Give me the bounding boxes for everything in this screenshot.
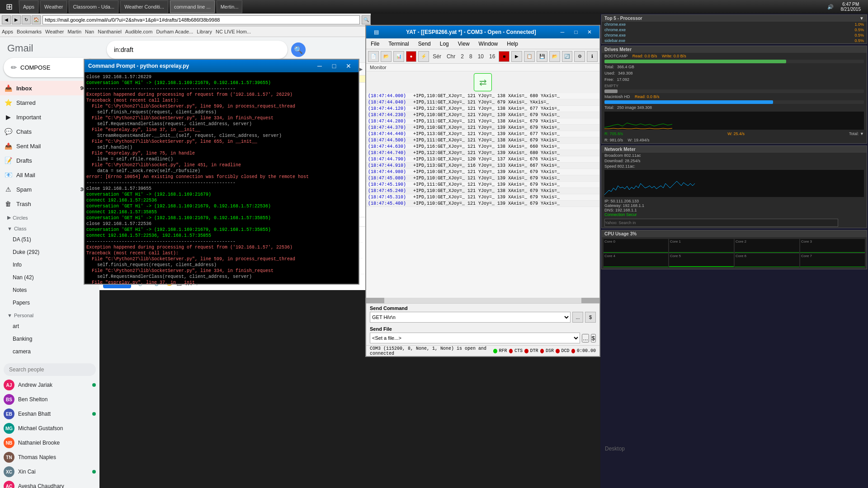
menu-help[interactable]: Help: [504, 40, 521, 48]
cmd-maximize-button[interactable]: □: [328, 61, 340, 70]
sub-papers[interactable]: Papers: [0, 296, 99, 309]
send-command-send-btn[interactable]: $: [585, 312, 596, 323]
yat-maximize-button[interactable]: □: [570, 28, 582, 37]
sub-art[interactable]: art: [0, 320, 99, 333]
bookmark-bookmarks[interactable]: Bookmarks: [17, 29, 42, 34]
tb-info[interactable]: ℹ: [587, 51, 598, 62]
menu-file[interactable]: File: [368, 40, 382, 48]
forward-button[interactable]: ▶: [12, 15, 21, 24]
scroll-thumb-right[interactable]: [581, 298, 599, 303]
nav-allmail[interactable]: 📧 All Mail: [0, 168, 96, 182]
send-file-send-btn[interactable]: $: [591, 334, 596, 343]
tb-settings[interactable]: ⚙: [574, 51, 585, 62]
tb-save[interactable]: 💾: [537, 51, 547, 62]
tb-stop-red[interactable]: ●: [406, 51, 417, 62]
allmail-icon: 📧: [4, 171, 13, 178]
back-button[interactable]: ◀: [2, 15, 11, 24]
sub-banking[interactable]: Banking: [0, 333, 99, 345]
refresh-button[interactable]: ↻: [22, 15, 31, 24]
send-command-label: Send Command: [370, 305, 596, 311]
bookmark-martin[interactable]: Martin: [67, 29, 81, 34]
send-command-browse-btn[interactable]: ...: [572, 312, 583, 323]
yat-close-button[interactable]: ✕: [583, 28, 596, 37]
compose-button[interactable]: ✏ COMPOSE: [4, 58, 96, 77]
bookmark-durham[interactable]: Durham Acade...: [156, 29, 193, 34]
contact-ben[interactable]: BS Ben Shelton: [0, 392, 99, 407]
send-command-row: GET Hi\r\n ... $: [370, 312, 596, 323]
yat-monitor-area[interactable]: (18:47:44.000)+IPD,110:GET_XJoy=_ 121 YJ…: [366, 93, 599, 298]
nav-sent[interactable]: 📤 Sent Mail: [0, 139, 96, 153]
avatar-ayesha: AC: [4, 481, 14, 488]
menu-view[interactable]: View: [455, 40, 472, 48]
network-panel: Network Meter Broadcom 802.11ac Download…: [601, 145, 867, 228]
menu-window[interactable]: Window: [476, 40, 501, 48]
contact-nathaniel[interactable]: NB Nathaniel Brooke: [0, 436, 99, 450]
sub-notes[interactable]: Notes: [0, 284, 99, 296]
send-file-select[interactable]: <Set a file...>: [370, 333, 580, 343]
search-button[interactable]: 🔍: [362, 15, 371, 24]
yat-system-menu-button[interactable]: ▤: [370, 28, 382, 37]
drives-total-stats: R: 981.0/s W: 19.494/s: [602, 137, 867, 143]
bookmark-apps[interactable]: Apps: [2, 29, 13, 34]
scroll-thumb-left[interactable]: [366, 298, 384, 303]
tb-play[interactable]: ▶: [511, 51, 522, 62]
tb-open2[interactable]: 📂: [549, 51, 560, 62]
search-people-input[interactable]: [4, 363, 96, 376]
nav-trash[interactable]: 🗑 Trash: [0, 197, 96, 211]
bookmark-nclive[interactable]: NC LIVE Hom...: [216, 29, 251, 34]
send-file-browse-btn[interactable]: ...: [582, 334, 589, 343]
home-button[interactable]: 🏠: [32, 15, 41, 24]
menu-log[interactable]: Log: [437, 40, 452, 48]
bookmark-nanthaniel[interactable]: Nanthaniel: [98, 29, 122, 34]
taskbar-item-classroom[interactable]: Classroom - Uda...: [69, 0, 118, 13]
cmd-close-button[interactable]: ✕: [342, 61, 355, 70]
section-personal[interactable]: ▼ Personal: [0, 311, 99, 320]
taskbar-item-mertin[interactable]: Mertin...: [217, 0, 243, 13]
contact-thomas[interactable]: TN Thomas Naples: [0, 450, 99, 465]
contact-andrew[interactable]: AJ Andrew Jariak: [0, 378, 99, 392]
tb-graph[interactable]: 📊: [393, 51, 404, 62]
menu-send[interactable]: Send: [415, 40, 434, 48]
tb-connect[interactable]: ⚡: [418, 51, 429, 62]
nav-inbox[interactable]: 📥 Inbox 962: [0, 81, 96, 95]
taskbar-item-weather-cond[interactable]: Weather Conditi...: [120, 0, 168, 13]
nav-chats[interactable]: 💬 Chats: [0, 124, 96, 139]
search-icon[interactable]: 🔍: [291, 42, 306, 57]
gmail-search-input[interactable]: [107, 41, 288, 59]
bookmark-library[interactable]: Library: [197, 29, 212, 34]
volume-icon[interactable]: 🔊: [827, 4, 834, 10]
sub-camera[interactable]: camera: [0, 345, 99, 358]
tb-new[interactable]: 📄: [368, 51, 379, 62]
tb-copy[interactable]: 📋: [524, 51, 535, 62]
tb-stop[interactable]: ■: [499, 51, 509, 62]
start-button[interactable]: ⊞: [0, 0, 18, 14]
yat-minimize-button[interactable]: ─: [556, 28, 569, 37]
taskbar-item-weather[interactable]: Weather: [40, 0, 67, 13]
contact-ayesha[interactable]: AC Ayesha Chaudhary: [0, 479, 99, 488]
contact-michael-g[interactable]: MG Michael Gustafson: [0, 421, 99, 436]
menu-terminal[interactable]: Terminal: [386, 40, 411, 48]
contact-eeshan[interactable]: EB Eeshan Bhatt: [0, 407, 99, 421]
nav-drafts[interactable]: 📝 Drafts 1: [0, 153, 96, 168]
taskbar-item-cmd[interactable]: command line ...: [170, 0, 215, 13]
cpu-core-0-bar: [604, 252, 668, 253]
nav-starred[interactable]: ⭐ Starred: [0, 95, 96, 110]
tb-open[interactable]: 📂: [381, 51, 392, 62]
yat-data-row: (18:47:44.280)+IPD,111:GET_XJoy=_ 121 YJ…: [366, 118, 599, 125]
nav-spam[interactable]: ⚠ Spam 307: [0, 182, 96, 197]
yat-horizontal-scrollbar[interactable]: [366, 298, 599, 303]
yat-refresh-button[interactable]: ⇄: [474, 73, 492, 91]
yat-data-row: (18:47:44.500)+IPD,111:GET_XJoy=_ 121 YJ…: [366, 137, 599, 144]
send-command-select[interactable]: GET Hi\r\n: [370, 312, 571, 323]
cmd-minimize-button[interactable]: ─: [313, 61, 326, 70]
bookmark-weather[interactable]: Weather: [45, 29, 64, 34]
taskbar-item-apps[interactable]: Apps: [19, 0, 38, 13]
nav-important[interactable]: ▶ Important: [0, 110, 96, 124]
contact-xin[interactable]: XC Xin Cai: [0, 465, 99, 479]
cpu-core-7-bar: [800, 267, 865, 267]
bookmark-nan[interactable]: Nan: [85, 29, 94, 34]
tb-refresh[interactable]: 🔄: [562, 51, 573, 62]
bookmark-audible[interactable]: Audible.com: [125, 29, 153, 34]
net-search-input[interactable]: [604, 219, 838, 227]
url-input[interactable]: [42, 15, 360, 24]
